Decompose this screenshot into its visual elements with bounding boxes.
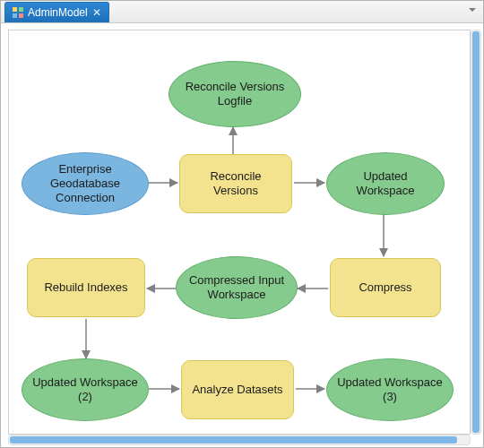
svg-rect-3: [19, 13, 23, 18]
horizontal-scrollbar[interactable]: [8, 435, 471, 445]
node-label: Rebuild Indexes: [44, 280, 127, 295]
close-icon[interactable]: ✕: [92, 7, 101, 18]
node-updated-workspace-3[interactable]: Updated Workspace (3): [326, 358, 454, 421]
node-label: Compressed Input Workspace: [184, 273, 290, 303]
tab-bar: AdminModel ✕: [1, 1, 483, 23]
node-label: Enterprise Geodatabase Connection: [30, 162, 141, 206]
tab-adminmodel[interactable]: AdminModel ✕: [4, 2, 109, 22]
model-icon: [13, 7, 23, 18]
node-label: Updated Workspace (2): [30, 375, 141, 405]
node-reconcile-versions-logfile[interactable]: Reconcile Versions Logfile: [169, 61, 301, 127]
node-analyze-datasets[interactable]: Analyze Datasets: [181, 360, 294, 419]
node-label: Updated Workspace (3): [334, 375, 445, 405]
model-builder-window: AdminModel ✕: [0, 0, 484, 448]
node-compressed-input-workspace[interactable]: Compressed Input Workspace: [176, 256, 298, 319]
node-label: Analyze Datasets: [192, 383, 282, 397]
node-reconcile-versions[interactable]: Reconcile Versions: [179, 154, 292, 213]
node-enterprise-geodatabase-connection[interactable]: Enterprise Geodatabase Connection: [22, 152, 149, 215]
svg-rect-2: [13, 13, 17, 18]
node-label: Compress: [359, 280, 411, 295]
node-updated-workspace[interactable]: Updated Workspace: [326, 152, 445, 215]
svg-rect-0: [13, 7, 17, 12]
vertical-scroll-thumb[interactable]: [472, 31, 480, 433]
tab-label: AdminModel: [28, 6, 88, 19]
vertical-scrollbar[interactable]: [471, 30, 481, 435]
horizontal-scroll-thumb[interactable]: [10, 436, 457, 444]
node-label: Reconcile Versions Logfile: [177, 80, 293, 109]
svg-rect-1: [19, 7, 23, 12]
viewport: Reconcile Versions Logfile Enterprise Ge…: [1, 22, 483, 447]
node-compress[interactable]: Compress: [330, 258, 441, 317]
node-rebuild-indexes[interactable]: Rebuild Indexes: [27, 258, 145, 317]
node-updated-workspace-2[interactable]: Updated Workspace (2): [22, 358, 149, 421]
model-canvas[interactable]: Reconcile Versions Logfile Enterprise Ge…: [8, 30, 471, 435]
tab-menu-button[interactable]: [467, 4, 478, 18]
node-label: Reconcile Versions: [187, 169, 284, 199]
node-label: Updated Workspace: [334, 169, 436, 199]
